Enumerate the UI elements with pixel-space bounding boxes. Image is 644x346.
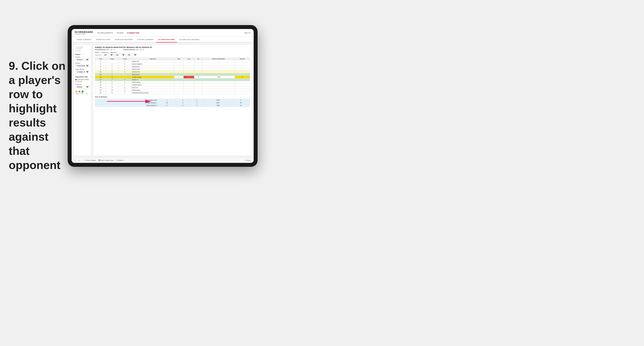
out-table-row: NCAA Division 25007.40010 — [95, 104, 250, 107]
sub-nav-team-h2h-grid[interactable]: TEAM H2H GRID — [94, 37, 112, 42]
watch-btn[interactable]: 👁 Watch ▾ — [116, 159, 125, 162]
sidebar: Last Updated: 27/03/2024 16:55:38 Player… — [73, 44, 91, 156]
toolbar: ↩ ↪ 👁 View: Original 💾 Save Custom View … — [72, 158, 254, 163]
sign-out[interactable]: Sign out — [244, 32, 250, 34]
radio-top100[interactable]: Top 100 — [75, 81, 89, 82]
eye-icon: 👁 — [84, 160, 86, 161]
overall-record-label: Overall Record: — [95, 49, 106, 50]
watch-icon: 👁 — [116, 160, 118, 161]
legend-dot-down — [75, 90, 78, 93]
tablet-frame: SCOREBOARD Powered by clippd TOURNAMENTS… — [68, 25, 258, 167]
sidebar-division-select[interactable]: NCAA Division III — [75, 64, 89, 67]
undo-btn[interactable]: ↩ — [74, 159, 77, 162]
nav-committee[interactable]: COMMITTEE — [127, 31, 140, 34]
region-label: Region — [95, 52, 99, 53]
region-filter: Region — [95, 52, 99, 53]
radio-opponents-played[interactable]: Opponents Played — [75, 79, 89, 80]
table-row[interactable]: 131Jessica Huang010-3.002 — [95, 76, 250, 78]
conference-filter: Conference — [101, 52, 108, 53]
table-row[interactable]: 131Haeju Hyun — [95, 73, 250, 76]
sub-nav-player-summary[interactable]: PLAYER SUMMARY — [135, 37, 156, 42]
radio-circle-empty — [75, 81, 77, 82]
division-record-value: 331 - 34 - 6 — [136, 49, 144, 50]
opponents-filter-row: Opponents: (All) (All) (All) — [95, 53, 137, 56]
out-table-row: Foreign Team1004.5002 — [95, 99, 250, 102]
share-icon: ↗ — [245, 160, 246, 161]
table-row[interactable]: 1822Euna Lee — [95, 86, 250, 89]
redo-btn[interactable]: ↪ — [78, 159, 81, 162]
filter-selects-row: Opponents: (All) (All) (All) — [95, 53, 250, 56]
logo: SCOREBOARD Powered by clippd — [75, 31, 93, 35]
sidebar-gender-select[interactable]: Women's — [75, 58, 89, 61]
radio-circle-selected — [75, 79, 77, 80]
region-select[interactable]: (All) — [102, 53, 114, 56]
annotation-text: 9. Click on a player's row to highlight … — [9, 59, 70, 172]
nav-tournaments[interactable]: TOURNAMENTS — [97, 31, 113, 34]
data-area: Katelyn Vo Head-to-Head Grid for Women's… — [93, 44, 252, 156]
th-win: Win — [174, 58, 184, 60]
table-row[interactable]: 31Esther Lee — [95, 60, 250, 63]
table-row[interactable]: 914Sharon Mun — [95, 68, 250, 71]
table-row[interactable]: 613Sydney Kuo — [95, 65, 250, 68]
legend-down-label: Down — [75, 93, 79, 94]
opponents-filter-label: Opponents: — [95, 54, 102, 56]
legend-dot-level — [78, 90, 80, 93]
sub-nav-team-summary[interactable]: TEAM SUMMARY — [75, 37, 94, 42]
conference-select[interactable]: (All) — [114, 53, 125, 56]
sidebar-player-title: Player — [75, 53, 89, 55]
opponent-label: Opponent — [110, 52, 116, 53]
table-row[interactable]: 1585Stella Cheng — [95, 81, 250, 84]
opponent-select[interactable]: (All) — [126, 53, 137, 56]
th-tie: Tie — [194, 58, 202, 60]
legend-labels: Down Level Up — [75, 93, 89, 94]
sidebar-player-rank-select[interactable]: 8. Katelyn Vo — [75, 70, 89, 73]
logo-sub: Powered by clippd — [75, 33, 93, 35]
colour-label: Colour by — [75, 83, 89, 85]
conference-label: Conference — [101, 52, 108, 53]
legend-up-label: Up — [85, 93, 89, 94]
out-table: Foreign Team1004.5002NAIA Division 11500… — [95, 99, 250, 107]
overall-record-value: 353 - 34 - 6 — [107, 49, 114, 50]
opponent-filter: Opponent — [110, 52, 116, 53]
th-diff: Diff Av Strokes/Rnd — [202, 58, 235, 60]
sidebar-division-label: Division — [75, 62, 89, 64]
filters-row: Region Conference Opponent — [95, 52, 250, 53]
table-row[interactable]: 20117Federica Domecq Lacroze — [95, 92, 250, 94]
sub-nav: TEAM SUMMARY TEAM H2H GRID TEAM H2H HEAT… — [72, 37, 254, 42]
sub-nav-player-h2h-grid[interactable]: PLAYER H2H GRID — [156, 37, 177, 42]
out-table-row: NAIA Division 115009.26730 — [95, 102, 250, 104]
sub-nav-player-h2h-heatmap[interactable]: PLAYER H2H HEATMAP — [177, 37, 202, 42]
th-loss: Loss — [184, 58, 194, 60]
main-content: Last Updated: 27/03/2024 16:55:38 Player… — [72, 42, 254, 158]
view-original-btn[interactable]: 👁 View: Original — [84, 159, 97, 161]
colour-select[interactable]: Win/loss — [75, 85, 89, 88]
grid-table: # Div # Reg # Conf Opponent Win Loss Tie… — [95, 58, 250, 94]
legend-level-label: Level — [80, 93, 84, 94]
data-records: Overall Record: 353 - 34 - 6 Division Re… — [95, 49, 250, 50]
legend-dot-up — [82, 90, 84, 93]
sidebar-gender-label: Gender — [75, 56, 89, 58]
save-custom-btn[interactable]: 💾 Save Custom View — [98, 159, 114, 162]
table-row[interactable]: 1063Andrea York — [95, 71, 250, 73]
th-conf: # Conf — [118, 58, 132, 60]
sidebar-timestamp: Last Updated: 27/03/2024 16:55:38 — [75, 46, 89, 52]
th-reg: # Reg — [106, 58, 118, 60]
th-rounds: Rounds — [235, 58, 250, 60]
out-division-title: Out of division — [95, 96, 250, 98]
division-record-label: Division Record: — [123, 49, 136, 50]
opponent-view-title: Opponent view — [75, 76, 89, 78]
th-div: # Div — [95, 58, 106, 60]
colour-section: Colour by Win/loss Down Level Up — [75, 83, 89, 94]
table-row[interactable]: 1691Jessica Mason — [95, 84, 250, 86]
nav-bar: SCOREBOARD Powered by clippd TOURNAMENTS… — [72, 29, 254, 37]
table-row[interactable]: 522Alexis Sudjianto — [95, 63, 250, 65]
th-opponent: Opponent — [132, 58, 174, 60]
sub-nav-team-h2h-heatmap[interactable]: TEAM H2H HEATMAP — [112, 37, 135, 42]
data-title: Katelyn Vo Head-to-Head Grid for Women's… — [95, 46, 250, 48]
save-icon: 💾 — [98, 160, 100, 161]
nav-teams[interactable]: TEAMS — [116, 31, 124, 34]
table-row[interactable]: 1474Eunice Yi — [95, 78, 250, 81]
tablet-screen: SCOREBOARD Powered by clippd TOURNAMENTS… — [72, 29, 254, 163]
share-btn[interactable]: ↗ Share — [244, 159, 252, 162]
table-row[interactable]: 19106Emily Chang — [95, 89, 250, 92]
